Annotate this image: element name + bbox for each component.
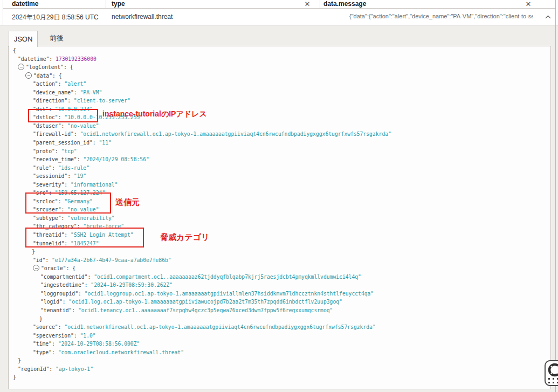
json-line: "srcuser": "no-value" [0, 205, 551, 214]
table-left-border [3, 0, 3, 25]
json-line: "threatid": "SSH2 Login Attempt" [0, 230, 551, 239]
page-right-border [555, 0, 556, 392]
json-line: "ingestedtime": "2024-10-29T08:59:30.262… [0, 280, 551, 289]
json-line: "compartmentid": "ocid1.compartment.oc1.… [0, 272, 551, 281]
json-line: "specversion": "1.0" [0, 331, 551, 340]
json-line: "logContent": { [0, 63, 551, 71]
json-line: "loggroupid": "ocid1.loggroup.oc1.ap-tok… [0, 289, 551, 298]
json-line: "time": "2024-10-29T08:58:56.000Z" [0, 339, 551, 348]
json-line: "data": { [0, 71, 551, 80]
collapse-toggle-icon[interactable] [18, 64, 24, 70]
json-line: "srcloc": "Germany" [0, 197, 551, 205]
json-line: "regionId": "ap-tokyo-1" [0, 365, 551, 373]
json-line: "id": "e177a34a-2b67-4b47-9caa-a7ab0e7fe… [0, 256, 551, 264]
column-header-type: type [112, 0, 125, 8]
json-line: "subtype": "vulnerability" [0, 214, 551, 222]
tab-context[interactable]: 前後 [43, 31, 70, 46]
chevron-up-icon[interactable] [546, 15, 551, 20]
annotation-label: 脅威カテゴリ [160, 232, 209, 243]
json-line: "src": "159.65.127.224" [0, 188, 551, 197]
log-detail-page: { "table": { "columns": [ { "label": "da… [0, 0, 558, 392]
column-header-data-message: data.message [323, 0, 366, 8]
json-line: "datetime": 1730192336000 [0, 54, 551, 63]
column-divider [320, 0, 320, 8]
json-line: "logid": "ocid1.log.oc1.ap-tokyo-1.amaaa… [0, 297, 551, 306]
json-line: "type": "com.oraclecloud.networkfirewall… [0, 348, 551, 356]
row-cell-data-message: {"data":{"action":"alert","device_name":… [349, 13, 533, 19]
json-line: "oracle": { [0, 264, 551, 272]
json-line: { [0, 46, 551, 54]
json-line: "dst": "10.0.0.224" [0, 105, 551, 113]
json-line: "sessionid": "19" [0, 171, 551, 180]
row-cell-datetime: 2024年10月29日 8:58:56 UTC [12, 13, 99, 22]
column-divider [106, 0, 106, 8]
detail-tabbar: JSON 前後 [0, 25, 558, 46]
json-line: "severity": "informational" [0, 180, 551, 189]
json-line: "direction": "client-to-server" [0, 96, 551, 105]
json-line: } [0, 247, 551, 256]
json-viewer: {"datetime": 1730192336000"logContent": … [0, 46, 551, 389]
json-line: "source": "ocid1.networkfirewall.oc1.ap-… [0, 322, 551, 331]
dots-grid-icon [548, 378, 558, 384]
json-line: "receive_time": "2024/10/29 08:58:56" [0, 155, 551, 163]
json-line: "dstuser": "no-value" [0, 121, 551, 130]
json-line: "tunnelid": "1845247" [0, 239, 551, 247]
annotation-label: instance-tutorialのIPアドレス [102, 109, 207, 119]
close-icon[interactable]: ✕ [525, 1, 532, 8]
json-line: "rule": "ids-rule" [0, 163, 551, 172]
json-line: "proto": "tcp" [0, 147, 551, 155]
header-bottom-border [3, 8, 555, 9]
json-line: "thr_category": "brute-force" [0, 222, 551, 230]
json-line: "parent_session_id": "11" [0, 138, 551, 147]
collapse-toggle-icon[interactable] [25, 72, 32, 79]
json-line: "tenantid": "ocid1.tenancy.oc1..aaaaaaaa… [0, 306, 551, 314]
json-line: "action": "alert" [0, 79, 551, 88]
help-widget-button[interactable] [545, 360, 558, 386]
json-line: } [0, 356, 551, 365]
log-results-table: datetime type data.message ✕ ✕ 2024年10月2… [0, 0, 558, 25]
column-header-datetime: datetime [12, 0, 38, 8]
annotation-label: 送信元 [115, 197, 140, 208]
json-line: "device_name": "PA-VM" [0, 88, 551, 97]
tab-json[interactable]: JSON [9, 31, 38, 47]
row-cell-type: networkfirewall.threat [112, 13, 173, 20]
json-line: "firewall-id": "ocid1.networkfirewall.oc… [0, 129, 551, 138]
collapse-toggle-icon[interactable] [33, 265, 39, 271]
lifebuoy-icon [547, 362, 558, 377]
json-line: } [0, 314, 551, 323]
json-line: } [0, 373, 551, 381]
json-line: "dstloc": "10.0.0.0-10.255.255.255" [0, 113, 551, 121]
close-icon[interactable]: ✕ [304, 1, 311, 8]
